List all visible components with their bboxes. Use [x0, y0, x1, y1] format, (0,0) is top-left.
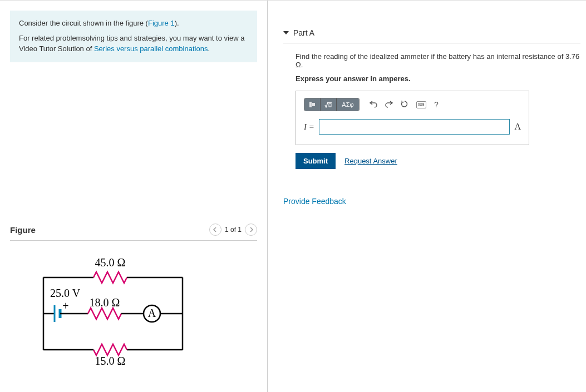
format-tool-group: ΑΣφ: [304, 98, 360, 111]
reset-button[interactable]: [401, 100, 408, 110]
provide-feedback-link[interactable]: Provide Feedback: [283, 197, 346, 206]
resistor-top-label: 45.0 Ω: [95, 256, 126, 269]
info-text-1b: ).: [175, 19, 179, 27]
circuit-figure: A 45.0 Ω 18.0 Ω 15.0 Ω 25.0 V +: [10, 241, 257, 383]
request-answer-link[interactable]: Request Answer: [344, 157, 397, 165]
undo-button[interactable]: [370, 100, 377, 110]
figure-heading: Figure: [10, 225, 36, 235]
keyboard-icon: ⌨: [418, 102, 425, 107]
figure-next-button[interactable]: [245, 224, 257, 236]
figure-prev-button[interactable]: [209, 224, 221, 236]
reset-icon: [401, 100, 408, 108]
answer-input[interactable]: [319, 119, 510, 135]
info-text-1: Consider the circuit shown in the figure…: [19, 19, 148, 27]
svg-rect-14: [312, 103, 315, 106]
variable-label: I =: [304, 122, 314, 132]
keyboard-button[interactable]: ⌨: [416, 101, 426, 108]
resistor-mid-label: 18.0 Ω: [90, 296, 120, 309]
figure-1-link[interactable]: Figure 1: [148, 19, 175, 27]
greek-tool-button[interactable]: ΑΣφ: [337, 98, 359, 111]
question-text: Find the reading of the idealized ammete…: [296, 52, 580, 69]
redo-icon: [385, 100, 393, 108]
unit-label: A: [514, 122, 521, 132]
radical-tool-button[interactable]: [321, 98, 337, 111]
answer-box: ΑΣφ ⌨: [296, 91, 529, 145]
svg-rect-15: [329, 103, 331, 107]
template-icon: [309, 101, 316, 108]
part-a-header[interactable]: Part A: [283, 23, 580, 43]
part-a-title: Part A: [293, 28, 314, 37]
voltage-label: 25.0 V: [50, 287, 81, 299]
submit-button[interactable]: Submit: [296, 153, 336, 169]
undo-icon: [370, 100, 377, 108]
chevron-right-icon: [249, 227, 253, 232]
redo-button[interactable]: [385, 100, 393, 110]
resistor-bot-label: 15.0 Ω: [95, 355, 126, 367]
problem-info-box: Consider the circuit shown in the figure…: [10, 11, 257, 62]
figure-pager-text: 1 of 1: [225, 226, 242, 234]
chevron-left-icon: [213, 227, 218, 232]
instruction-text: Express your answer in amperes.: [296, 75, 580, 83]
battery-plus-label: +: [62, 300, 68, 312]
ammeter-label: A: [148, 307, 156, 319]
caret-down-icon: [283, 31, 289, 34]
help-button[interactable]: ?: [434, 100, 439, 109]
svg-rect-13: [309, 102, 312, 107]
tutor-solution-link[interactable]: Series versus parallel combinations: [94, 44, 208, 53]
info-text-2b: .: [208, 44, 210, 53]
radical-icon: [324, 101, 332, 108]
template-tool-button[interactable]: [304, 98, 321, 111]
